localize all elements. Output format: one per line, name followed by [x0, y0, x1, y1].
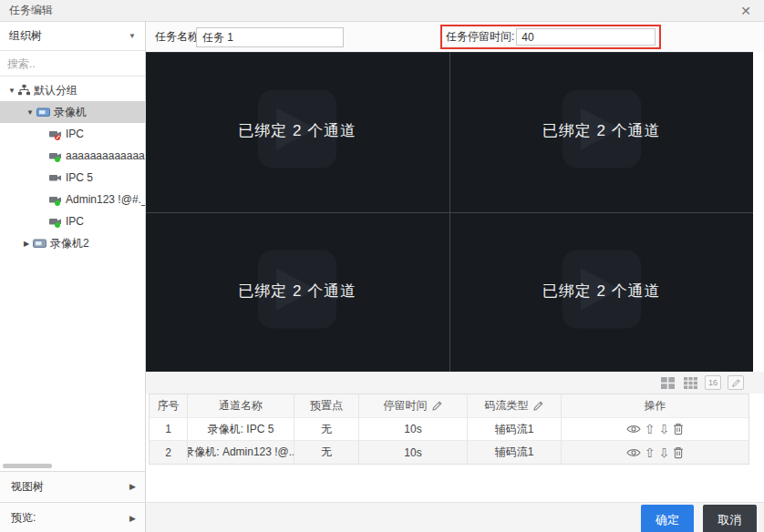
ok-button[interactable]: 确定 [641, 505, 694, 532]
tree-node-label: Admin123 !@#._ [66, 193, 145, 206]
tree-node-channel[interactable]: Admin123 !@#._ [0, 189, 145, 210]
status-dot [55, 200, 60, 206]
tree-node-channel[interactable]: aaaaaaaaaaaaaa [0, 145, 145, 167]
status-dot [55, 222, 60, 228]
tree-node-default-group[interactable]: ▼ 默认分组 [0, 79, 145, 101]
delete-trash-icon[interactable] [673, 446, 684, 459]
caret-right-icon[interactable]: ▶ [20, 240, 33, 248]
preview-eye-icon[interactable] [626, 447, 641, 458]
edit-layout-pencil-icon[interactable] [728, 375, 744, 390]
cell-stream: 辅码流1 [468, 418, 562, 440]
cell-stream: 辅码流1 [468, 441, 562, 464]
camera-icon [49, 173, 62, 183]
bound-channels-text: 已绑定 2 个通道 [146, 280, 449, 301]
dwell-time-highlight-box: 任务停留时间: [440, 25, 661, 49]
chevron-down-icon: ▼ [129, 32, 136, 40]
tree-node-label: 默认分组 [34, 83, 77, 98]
task-form: 任务名称: 任务停留时间: [146, 22, 764, 52]
caret-right-icon: ▶ [129, 482, 136, 491]
caret-right-icon: ▶ [129, 514, 136, 523]
col-header-dwell: 停留时间 [359, 394, 468, 417]
col-header-no: 序号 [150, 394, 188, 417]
cell-no: 2 [150, 441, 188, 464]
split-16-button[interactable]: 16 [705, 375, 721, 390]
task-name-label: 任务名称: [155, 22, 201, 52]
close-icon[interactable]: ✕ [737, 4, 755, 18]
delete-trash-icon[interactable] [673, 423, 684, 435]
cell-no: 1 [150, 418, 188, 440]
tree-node-label: IPC [66, 215, 84, 228]
cell-dwell: 10s [359, 418, 468, 440]
cancel-button[interactable]: 取消 [703, 505, 757, 532]
tree-node-recorder[interactable]: ▼ 录像机 [0, 101, 145, 123]
recorder-icon [36, 107, 50, 118]
cell-name: 录像机: IPC 5 [188, 418, 294, 440]
dialog-title: 任务编辑 [9, 3, 53, 18]
search-input[interactable] [7, 57, 149, 70]
cell-dwell: 10s [359, 441, 468, 464]
cell-ops: ⇧ ⇩ [562, 418, 749, 440]
col-header-preset: 预置点 [294, 394, 359, 417]
tree-node-label: IPC 5 [66, 171, 93, 184]
camera-icon [49, 129, 62, 139]
video-cell-3[interactable]: 已绑定 2 个通道 [146, 213, 449, 373]
preview-panel[interactable]: 预览: ▶ [0, 502, 145, 532]
tree-type-dropdown[interactable]: 组织树 ▼ [0, 22, 145, 51]
cell-ops: ⇧ ⇩ [562, 441, 749, 464]
cell-name: 录像机: Admin123 !@... [188, 441, 294, 464]
tree-node-label: aaaaaaaaaaaaaa [66, 149, 145, 162]
table-row[interactable]: 1 录像机: IPC 5 无 10s 辅码流1 ⇧ ⇩ [150, 417, 749, 440]
org-tree: ▼ 默认分组 ▼ 录像机 [0, 77, 145, 254]
caret-down-icon[interactable]: ▼ [24, 108, 36, 117]
horizontal-scrollbar[interactable] [3, 464, 52, 468]
cell-preset: 无 [294, 418, 359, 440]
group-icon [18, 85, 30, 96]
grid-layout-toolbar: 16 [146, 372, 764, 394]
bound-channels-text: 已绑定 2 个通道 [146, 120, 449, 141]
channel-table: 序号 通道名称 预置点 停留时间 码流类型 操作 1 录像机: I [149, 394, 749, 465]
tree-node-label: 录像机2 [50, 236, 89, 251]
video-wall: 已绑定 2 个通道 已绑定 2 个通道 已绑定 2 个通道 已绑定 2 个通道 [146, 52, 753, 372]
bound-channels-text: 已绑定 2 个通道 [450, 280, 754, 301]
task-name-input[interactable] [196, 27, 344, 47]
preview-eye-icon[interactable] [626, 424, 641, 435]
view-tree-panel[interactable]: 视图树 ▶ [0, 471, 145, 501]
task-edit-dialog: { "colors": { "highlight_red": "#e2392c"… [0, 0, 764, 532]
dwell-time-label: 任务停留时间: [446, 29, 514, 45]
table-row[interactable]: 2 录像机: Admin123 !@... 无 10s 辅码流1 ⇧ ⇩ [150, 440, 749, 464]
title-bar: 任务编辑 ✕ [0, 0, 764, 22]
bound-channels-text: 已绑定 2 个通道 [450, 120, 754, 141]
status-dot [55, 135, 60, 140]
move-up-icon[interactable]: ⇧ [645, 446, 656, 459]
status-dot [55, 157, 60, 162]
tree-type-label: 组织树 [9, 28, 42, 44]
move-down-icon[interactable]: ⇩ [659, 446, 670, 459]
move-down-icon[interactable]: ⇩ [659, 423, 670, 435]
edit-pencil-icon[interactable] [431, 400, 443, 412]
video-cell-2[interactable]: 已绑定 2 个通道 [450, 53, 754, 212]
split-9-grid-icon[interactable] [682, 375, 698, 390]
camera-icon [49, 151, 62, 161]
move-up-icon[interactable]: ⇧ [645, 423, 656, 435]
split-4-grid-icon[interactable] [659, 375, 676, 390]
video-cell-4[interactable]: 已绑定 2 个通道 [450, 213, 754, 373]
camera-icon [49, 217, 62, 227]
tree-node-label: 录像机 [54, 105, 87, 120]
tree-node-channel[interactable]: IPC 5 [0, 167, 145, 189]
tree-node-channel[interactable]: IPC [0, 123, 145, 145]
dwell-time-input[interactable] [516, 28, 656, 46]
sidebar: 组织树 ▼ ▼ 默认分组 ▼ [0, 22, 146, 532]
tree-node-label: IPC [66, 128, 84, 140]
col-header-name: 通道名称 [188, 394, 294, 417]
tree-node-channel[interactable]: IPC [0, 210, 145, 232]
search-bar [0, 51, 145, 77]
view-tree-label: 视图树 [11, 479, 44, 495]
video-cell-1[interactable]: 已绑定 2 个通道 [146, 53, 449, 212]
table-header-row: 序号 通道名称 预置点 停留时间 码流类型 操作 [150, 394, 749, 417]
preview-label: 预览: [11, 510, 36, 526]
tree-node-recorder2[interactable]: ▶ 录像机2 [0, 232, 145, 254]
cell-preset: 无 [294, 441, 359, 464]
edit-pencil-icon[interactable] [532, 400, 544, 412]
camera-icon [49, 195, 62, 205]
caret-down-icon[interactable]: ▼ [5, 87, 18, 95]
